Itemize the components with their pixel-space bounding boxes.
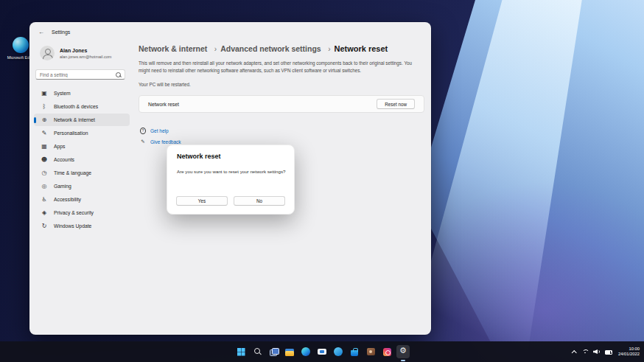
file-explorer-icon: [284, 347, 295, 357]
chat-icon: [317, 347, 327, 357]
link-label: Get help: [150, 128, 169, 133]
search-input[interactable]: [36, 72, 115, 77]
sidebar-item-label: Bluetooth & devices: [54, 104, 98, 109]
instagram-icon: [382, 347, 392, 357]
sidebar-item-windows-update[interactable]: Windows Update: [34, 220, 130, 232]
restart-note: Your PC will be restarted.: [139, 82, 191, 87]
help-links: Get help Give feedback: [140, 128, 181, 145]
breadcrumb-link[interactable]: Network reset: [334, 44, 388, 53]
search-icon: [252, 347, 262, 357]
windows-update-icon: [41, 223, 48, 230]
sidebar-item-time-language[interactable]: Time & language: [34, 167, 130, 179]
task-view-icon: [268, 347, 279, 357]
dialog-buttons: YesNo: [176, 196, 285, 206]
breadcrumb-link[interactable]: Network & internet: [139, 44, 207, 53]
taskbar: 10:00 24/01/2022: [0, 341, 644, 362]
hidden-icons-chevron[interactable]: [571, 349, 577, 355]
sidebar-item-label: Personalisation: [54, 130, 88, 136]
user-account[interactable]: Alan Jones alan.jones.wm@hotmail.com: [40, 46, 111, 60]
dialog-button-no[interactable]: No: [234, 196, 285, 206]
camera-icon: [365, 347, 376, 357]
get-help-icon: [140, 128, 146, 133]
sidebar-item-label: Accessibility: [54, 197, 81, 202]
network-reset-dialog: Network reset Are you sure you want to r…: [167, 145, 295, 215]
link-label: Give feedback: [150, 139, 181, 145]
titlebar: Settings: [38, 27, 70, 37]
taskbar-item-file-explorer-icon[interactable]: [283, 345, 296, 358]
taskbar-item-task-view-icon[interactable]: [267, 345, 280, 358]
taskbar-item-settings-icon[interactable]: [396, 345, 410, 358]
system-icon: [41, 90, 48, 97]
time-language-icon: [41, 170, 48, 177]
personalisation-icon: [41, 130, 48, 137]
search-icon: [115, 72, 122, 78]
taskbar-item-chat-icon[interactable]: [315, 345, 329, 358]
reset-now-button[interactable]: Reset now: [377, 99, 415, 109]
taskbar-item-camera-icon[interactable]: [364, 345, 377, 358]
privacy-security-icon: [41, 209, 48, 217]
avatar: [40, 46, 55, 60]
store-icon: [349, 347, 360, 357]
dialog-message: Are you sure you want to reset your netw…: [177, 168, 288, 175]
breadcrumb-network-reset: Network reset ›: [334, 41, 388, 55]
tray-date: 24/01/2022: [618, 352, 640, 357]
give-feedback-icon: [140, 139, 146, 145]
system-tray: 10:00 24/01/2022: [571, 341, 640, 362]
sidebar-item-network-internet[interactable]: Network & internet: [34, 114, 130, 126]
sidebar: Alan Jones alan.jones.wm@hotmail.com Sys…: [29, 40, 134, 335]
volume-icon[interactable]: [593, 348, 601, 355]
network-icon: [41, 116, 48, 124]
sidebar-item-label: Network & internet: [54, 117, 95, 122]
battery-icon[interactable]: [605, 348, 612, 355]
sidebar-item-label: Windows Update: [54, 223, 91, 229]
taskbar-item-edge-icon[interactable]: [299, 345, 312, 358]
taskbar-item-start-icon[interactable]: [234, 345, 248, 358]
sidebar-item-label: Accounts: [54, 157, 74, 162]
clock[interactable]: 10:00 24/01/2022: [617, 347, 640, 357]
edge-icon: [301, 347, 311, 357]
sidebar-item-label: System: [54, 91, 71, 96]
sidebar-item-personalisation[interactable]: Personalisation: [34, 127, 130, 139]
dialog-title: Network reset: [177, 153, 221, 160]
taskbar-center: [234, 341, 410, 362]
dialog-button-yes[interactable]: Yes: [176, 196, 228, 206]
taskbar-item-instagram-icon[interactable]: [380, 345, 393, 358]
skype-icon: [333, 347, 343, 357]
link-get-help[interactable]: Get help: [140, 128, 181, 133]
link-give-feedback[interactable]: Give feedback: [140, 139, 181, 145]
tray-time: 10:00: [629, 347, 640, 352]
breadcrumb-separator: ›: [214, 45, 217, 53]
sidebar-item-label: Privacy & security: [54, 210, 94, 215]
back-button[interactable]: [38, 29, 44, 35]
taskbar-item-skype-icon[interactable]: [332, 345, 345, 358]
sidebar-item-label: Gaming: [54, 184, 71, 189]
user-name: Alan Jones: [60, 48, 111, 53]
sidebar-item-apps[interactable]: Apps: [34, 140, 130, 153]
accessibility-icon: [41, 196, 48, 203]
page-description: This will remove and then reinstall all …: [139, 60, 424, 74]
gaming-icon: [41, 183, 48, 190]
taskbar-item-search-icon[interactable]: [251, 345, 264, 358]
sidebar-item-gaming[interactable]: Gaming: [34, 180, 130, 192]
sidebar-item-accessibility[interactable]: Accessibility: [34, 193, 130, 206]
bluetooth-icon: [41, 103, 48, 111]
sidebar-item-bluetooth-devices[interactable]: Bluetooth & devices: [34, 100, 130, 113]
breadcrumb: Network & internet › Advanced network se…: [139, 41, 388, 55]
user-email: alan.jones.wm@hotmail.com: [60, 55, 111, 59]
start-icon: [236, 347, 246, 357]
accounts-icon: [41, 156, 48, 164]
sidebar-item-system[interactable]: System: [34, 87, 130, 100]
network-status-icon[interactable]: [581, 348, 589, 355]
network-reset-card: Network reset Reset now: [139, 95, 424, 113]
sidebar-item-privacy-security[interactable]: Privacy & security: [34, 206, 130, 219]
sidebar-item-label: Time & language: [54, 170, 91, 175]
taskbar-item-store-icon[interactable]: [348, 345, 361, 358]
sidebar-nav: System Bluetooth & devices Network & int…: [34, 87, 130, 232]
settings-icon: [398, 347, 408, 357]
sidebar-item-accounts[interactable]: Accounts: [34, 153, 130, 166]
network-reset-label: Network reset: [148, 102, 179, 107]
search-box: [35, 69, 125, 80]
breadcrumb-link[interactable]: Advanced network settings: [220, 44, 321, 53]
selected-accent-bar: [34, 117, 36, 123]
breadcrumb-separator: ›: [328, 45, 330, 53]
